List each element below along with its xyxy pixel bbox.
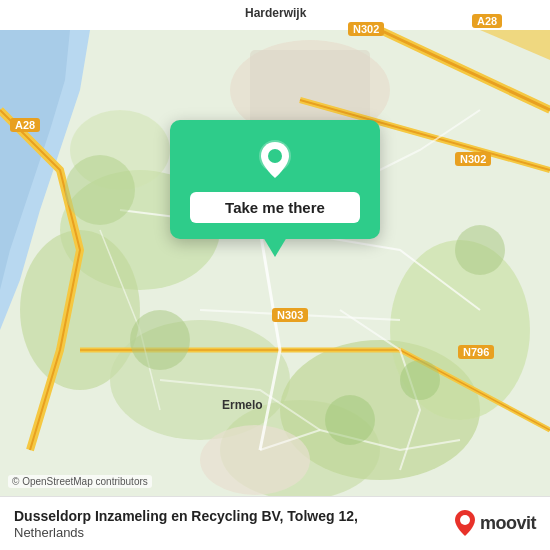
moovit-pin-icon <box>454 509 476 537</box>
svg-rect-11 <box>250 50 370 130</box>
location-country: Netherlands <box>14 525 444 540</box>
popup-card: Take me there <box>170 120 380 239</box>
road-label-n303: N303 <box>272 308 308 322</box>
road-label-n302-top: N302 <box>348 22 384 36</box>
location-name: Dusseldorp Inzameling en Recycling BV, T… <box>14 507 444 525</box>
road-label-n302-right: N302 <box>455 152 491 166</box>
location-info: Dusseldorp Inzameling en Recycling BV, T… <box>14 507 444 540</box>
road-label-a28-top: A28 <box>472 14 502 28</box>
moovit-logo: moovit <box>454 509 536 537</box>
svg-point-14 <box>400 360 440 400</box>
city-label-harderwijk: Harderwijk <box>245 6 306 20</box>
bottom-bar: Dusseldorp Inzameling en Recycling BV, T… <box>0 496 550 550</box>
map-container: A28 A28 N302 N302 N303 N796 Harderwijk E… <box>0 0 550 550</box>
map-background <box>0 0 550 550</box>
svg-point-19 <box>268 149 282 163</box>
svg-point-12 <box>200 425 310 495</box>
svg-point-15 <box>130 310 190 370</box>
svg-point-16 <box>455 225 505 275</box>
svg-point-20 <box>460 515 470 525</box>
svg-point-13 <box>325 395 375 445</box>
city-label-ermelo: Ermelo <box>222 398 263 412</box>
copyright-notice: © OpenStreetMap contributors <box>8 475 152 488</box>
location-pin-icon <box>253 138 297 182</box>
road-label-a28-left: A28 <box>10 118 40 132</box>
road-label-n796: N796 <box>458 345 494 359</box>
take-me-there-button[interactable]: Take me there <box>190 192 360 223</box>
svg-point-17 <box>65 155 135 225</box>
moovit-brand-text: moovit <box>480 513 536 534</box>
